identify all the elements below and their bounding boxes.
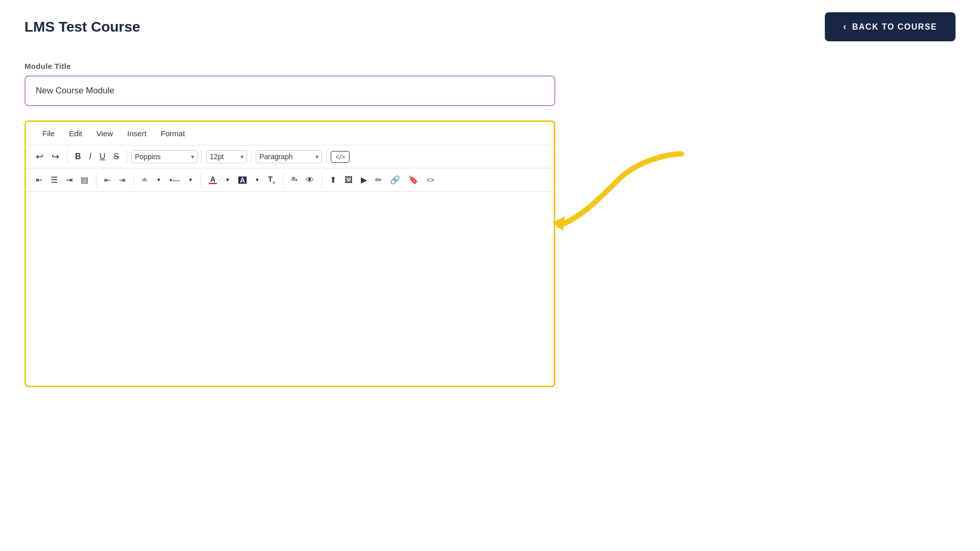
unordered-list-button[interactable]: •— <box>166 173 183 186</box>
page-title: LMS Test Course <box>24 19 140 35</box>
menu-format[interactable]: Format <box>154 127 192 140</box>
link-icon: 🔗 <box>390 176 400 184</box>
undo-redo-group: ↩ ↪ <box>32 149 67 164</box>
text-color-group: A ▼ A ▼ Tx <box>205 172 283 187</box>
editor-content-area[interactable] <box>26 192 554 386</box>
back-to-course-button[interactable]: ‹ BACK TO COURSE <box>825 12 955 41</box>
template-button[interactable]: ✏ <box>372 173 385 187</box>
font-family-select[interactable]: Poppins Arial Times New Roman <box>131 150 198 163</box>
undo-button[interactable]: ↩ <box>32 149 47 164</box>
indent-increase-icon: ⇥ <box>119 176 126 184</box>
html-source-button[interactable]: <> <box>423 174 438 186</box>
clear-format-icon: Tx <box>268 175 275 185</box>
font-size-group: 12pt 10pt 14pt 16pt ▼ <box>206 150 252 163</box>
source-code-icon: </> <box>335 154 345 160</box>
underline-button[interactable]: U <box>96 150 109 163</box>
fullscreen-button[interactable]: ⥱ <box>287 173 301 187</box>
menu-view[interactable]: View <box>89 127 120 140</box>
source-code-button[interactable]: </> <box>331 151 350 163</box>
align-left-button[interactable]: ⇤ <box>32 173 46 187</box>
align-right-icon: ⇥ <box>66 176 72 184</box>
indent-decrease-button[interactable]: ⇤ <box>101 173 114 186</box>
strikethrough-button[interactable]: S <box>110 150 123 163</box>
main-content: Module Title File Edit View Insert Forma… <box>0 52 980 408</box>
align-center-icon: ☰ <box>51 176 58 184</box>
menu-insert[interactable]: Insert <box>120 127 154 140</box>
module-title-label: Module Title <box>24 62 955 70</box>
align-justify-button[interactable]: ▤ <box>77 173 92 187</box>
redo-button[interactable]: ↪ <box>48 149 63 164</box>
indent-increase-button[interactable]: ⇥ <box>115 173 129 186</box>
ordered-list-dropdown[interactable]: ▼ <box>153 175 165 185</box>
list-group: ≐ ▼ •— ▼ <box>138 173 201 186</box>
text-color-indicator: A <box>209 176 217 184</box>
html-source-icon: <> <box>427 177 434 183</box>
back-button-label: BACK TO COURSE <box>852 22 938 32</box>
link-button[interactable]: 🔗 <box>386 173 404 187</box>
view-tools-group: ⥱ 👁 <box>287 173 322 187</box>
paragraph-style-select[interactable]: Paragraph Heading 1 Heading 2 <box>256 150 322 163</box>
module-title-input[interactable] <box>24 76 555 106</box>
editor-menu-bar: File Edit View Insert Format <box>26 122 554 145</box>
header: LMS Test Course ‹ BACK TO COURSE <box>0 0 980 52</box>
ordered-list-button[interactable]: ≐ <box>138 173 152 186</box>
align-right-button[interactable]: ⇥ <box>62 173 76 187</box>
fullscreen-icon: ⥱ <box>291 176 298 184</box>
align-justify-icon: ▤ <box>81 176 88 184</box>
upload-button[interactable]: ⬆ <box>326 173 340 187</box>
unordered-list-icon: •— <box>169 176 180 184</box>
editor-toolbar-row1: ↩ ↪ B I U S Poppins Arial Times New Roma… <box>26 145 554 168</box>
ordered-list-icon: ≐ <box>141 176 148 184</box>
template-icon: ✏ <box>375 176 382 184</box>
upload-icon: ⬆ <box>330 176 336 184</box>
italic-button[interactable]: I <box>86 150 95 163</box>
video-icon: ▶ <box>361 176 367 184</box>
bookmark-button[interactable]: 🔖 <box>405 173 422 187</box>
indent-decrease-icon: ⇤ <box>104 176 111 184</box>
clear-format-button[interactable]: Tx <box>264 172 279 187</box>
align-center-button[interactable]: ☰ <box>47 173 61 187</box>
source-code-group: </> <box>331 151 350 163</box>
text-color-dropdown[interactable]: ▼ <box>222 175 234 185</box>
bg-color-indicator: A <box>238 177 247 184</box>
image-button[interactable]: 🖼 <box>341 173 356 187</box>
editor-toolbar-row2: ⇤ ☰ ⇥ ▤ ⇤ ⇥ <box>26 168 554 192</box>
align-left-icon: ⇤ <box>36 176 42 184</box>
svg-marker-0 <box>552 216 568 233</box>
video-button[interactable]: ▶ <box>357 173 371 187</box>
alignment-group: ⇤ ☰ ⇥ ▤ <box>32 173 96 187</box>
back-chevron-icon: ‹ <box>843 21 847 32</box>
bold-button[interactable]: B <box>71 150 85 163</box>
text-format-group: B I U S <box>71 150 127 163</box>
unordered-list-dropdown[interactable]: ▼ <box>184 175 197 185</box>
rich-text-editor: File Edit View Insert Format ↩ ↪ B I U S <box>24 120 555 387</box>
insert-tools-group: ⬆ 🖼 ▶ ✏ 🔗 🔖 <> <box>326 173 438 187</box>
preview-icon: 👁 <box>306 176 314 184</box>
arrow-annotation <box>554 142 681 229</box>
preview-button[interactable]: 👁 <box>302 173 317 187</box>
bg-color-dropdown[interactable]: ▼ <box>251 175 263 185</box>
indent-group: ⇤ ⇥ <box>101 173 134 186</box>
menu-edit[interactable]: Edit <box>62 127 89 140</box>
text-color-button[interactable]: A <box>205 173 220 187</box>
image-icon: 🖼 <box>345 176 353 184</box>
menu-file[interactable]: File <box>35 127 62 140</box>
bookmark-icon: 🔖 <box>408 176 419 184</box>
font-family-group: Poppins Arial Times New Roman ▼ <box>131 150 202 163</box>
text-color-bar <box>209 183 217 184</box>
paragraph-style-group: Paragraph Heading 1 Heading 2 ▼ <box>256 150 327 163</box>
bg-color-button[interactable]: A <box>235 174 250 186</box>
font-size-select[interactable]: 12pt 10pt 14pt 16pt <box>206 150 247 163</box>
